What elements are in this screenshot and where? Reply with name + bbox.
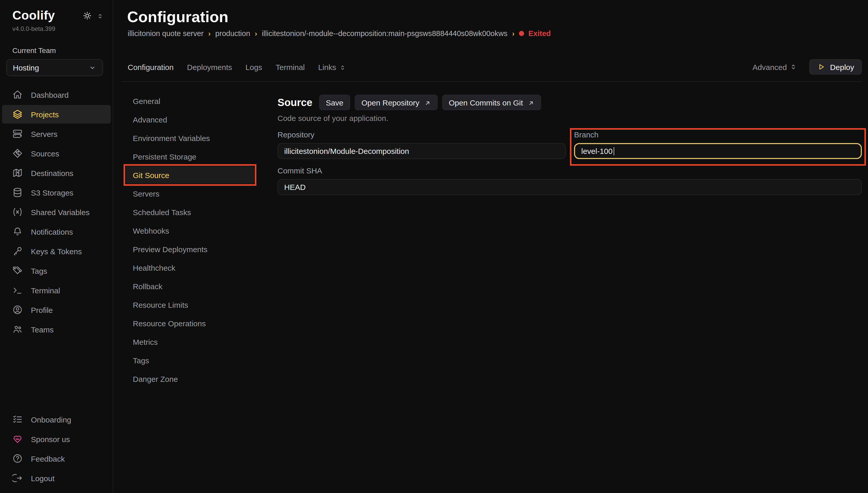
- branch-label: Branch: [574, 130, 862, 140]
- sun-icon[interactable]: [83, 11, 92, 20]
- user-circle-icon: [12, 305, 23, 315]
- sidebar-item-label: S3 Storages: [31, 188, 73, 197]
- team-select[interactable]: Hosting: [6, 59, 103, 76]
- sidebar-item-s3-storages[interactable]: S3 Storages: [2, 183, 111, 202]
- sidebar-item-tags[interactable]: Tags: [2, 261, 111, 280]
- tab-logs[interactable]: Logs: [246, 63, 262, 71]
- subnav-item-resource-limits[interactable]: Resource Limits: [126, 296, 254, 314]
- breadcrumb-item[interactable]: illicitestonion/-module--decomposition:m…: [262, 29, 507, 38]
- chevrons-up-down-icon: [790, 63, 797, 70]
- chevrons-up-down-icon: [339, 64, 346, 70]
- sidebar-item-teams[interactable]: Teams: [2, 320, 111, 339]
- settings-subnav: GeneralAdvancedEnvironment VariablesPers…: [126, 82, 254, 388]
- sidebar-item-label: Sponsor us: [31, 434, 70, 443]
- sidebar-item-logout[interactable]: Logout: [2, 469, 111, 487]
- sidebar-item-destinations[interactable]: Destinations: [2, 164, 111, 182]
- app-logo: Coolify: [12, 8, 55, 23]
- status-badge: Exited: [519, 29, 551, 38]
- tab-configuration[interactable]: Configuration: [128, 63, 173, 71]
- advanced-dropdown[interactable]: Advanced: [753, 63, 797, 71]
- status-dot-icon: [519, 31, 524, 36]
- main-area: Configuration illicitonion quote server›…: [114, 0, 868, 493]
- app-version: v4.0.0-beta.399: [0, 23, 113, 33]
- advanced-label: Advanced: [753, 63, 787, 71]
- tab-deployments[interactable]: Deployments: [187, 63, 232, 71]
- sidebar-item-profile[interactable]: Profile: [2, 301, 111, 319]
- subnav-item-webhooks[interactable]: Webhooks: [126, 222, 254, 239]
- git-source-icon: [12, 148, 23, 158]
- sidebar-item-dashboard[interactable]: Dashboard: [2, 85, 111, 104]
- tab-links[interactable]: Links: [318, 63, 346, 71]
- chevrons-up-down-icon[interactable]: [97, 12, 104, 19]
- open-repository-button[interactable]: Open Repository: [355, 95, 437, 110]
- map-icon: [12, 168, 23, 178]
- sidebar-item-feedback[interactable]: Feedback: [2, 449, 111, 468]
- sidebar-item-terminal[interactable]: Terminal: [2, 281, 111, 300]
- deploy-button[interactable]: Deploy: [809, 59, 862, 74]
- content-row: GeneralAdvancedEnvironment VariablesPers…: [114, 82, 868, 388]
- branch-input[interactable]: level-100: [574, 143, 862, 159]
- sidebar-item-label: Teams: [31, 325, 54, 334]
- subnav-item-environment-variables[interactable]: Environment Variables: [126, 129, 254, 147]
- sidebar-item-onboarding[interactable]: Onboarding: [2, 410, 111, 429]
- open-commits-button[interactable]: Open Commits on Git: [442, 95, 541, 110]
- tab-label: Links: [318, 63, 336, 71]
- logout-icon: [12, 473, 23, 483]
- sidebar-item-label: Dashboard: [31, 90, 69, 99]
- breadcrumb-separator-icon: ›: [255, 29, 257, 38]
- sidebar-item-label: Notifications: [31, 227, 73, 236]
- sidebar-item-label: Feedback: [31, 454, 65, 463]
- subnav-item-metrics[interactable]: Metrics: [126, 333, 254, 350]
- section-description: Code source of your application.: [277, 114, 862, 123]
- breadcrumb-item[interactable]: illicitonion quote server: [128, 29, 204, 38]
- sidebar-item-notifications[interactable]: Notifications: [2, 222, 111, 241]
- subnav-item-rollback[interactable]: Rollback: [126, 277, 254, 295]
- breadcrumb-item[interactable]: production: [215, 29, 250, 38]
- repository-input[interactable]: illicitestonion/Module-Decomposition: [277, 143, 566, 159]
- tabs-row: ConfigurationDeploymentsLogsTerminalLink…: [128, 59, 862, 74]
- brand-row: Coolify: [0, 0, 113, 23]
- page-title: Configuration: [127, 8, 862, 26]
- home-icon: [12, 89, 23, 100]
- subnav-item-resource-operations[interactable]: Resource Operations: [126, 315, 254, 332]
- checklist-icon: [12, 414, 23, 425]
- subnav-item-preview-deployments[interactable]: Preview Deployments: [126, 240, 254, 258]
- play-icon: [817, 63, 826, 71]
- sidebar-item-shared-variables[interactable]: Shared Variables: [2, 203, 111, 221]
- breadcrumb-separator-icon: ›: [512, 29, 514, 38]
- server-icon: [12, 129, 23, 139]
- sidebar-item-projects[interactable]: Projects: [2, 105, 111, 124]
- subnav-item-tags[interactable]: Tags: [126, 351, 254, 369]
- sidebar-item-label: Profile: [31, 305, 53, 314]
- subnav-item-general[interactable]: General: [126, 92, 254, 110]
- layers-icon: [12, 109, 23, 120]
- tags-icon: [12, 265, 23, 276]
- sidebar-item-sponsor-us[interactable]: Sponsor us: [2, 430, 111, 448]
- repository-label: Repository: [277, 130, 566, 140]
- sidebar-item-label: Keys & Tokens: [31, 247, 82, 256]
- subnav-item-persistent-storage[interactable]: Persistent Storage: [126, 148, 254, 165]
- sidebar-item-label: Shared Variables: [31, 208, 90, 216]
- subnav-item-healthcheck[interactable]: Healthcheck: [126, 259, 254, 276]
- subnav-item-danger-zone[interactable]: Danger Zone: [126, 370, 254, 387]
- sidebar-item-label: Sources: [31, 149, 59, 158]
- chevron-down-icon: [88, 64, 96, 71]
- section-title: Source: [277, 97, 313, 108]
- subnav-item-servers[interactable]: Servers: [126, 185, 254, 202]
- subnav-item-scheduled-tasks[interactable]: Scheduled Tasks: [126, 203, 254, 221]
- subnav-item-git-source[interactable]: Git Source: [126, 166, 254, 184]
- tab-terminal[interactable]: Terminal: [276, 63, 305, 71]
- commit-sha-input[interactable]: HEAD: [277, 179, 862, 195]
- tab-label: Deployments: [187, 63, 232, 71]
- heart-hands-icon: [12, 434, 23, 444]
- sidebar-item-keys-tokens[interactable]: Keys & Tokens: [2, 242, 111, 260]
- sidebar-item-label: Destinations: [31, 169, 73, 177]
- tab-label: Configuration: [128, 63, 173, 71]
- save-button[interactable]: Save: [319, 95, 350, 110]
- bell-icon: [12, 227, 23, 237]
- subnav-item-advanced[interactable]: Advanced: [126, 111, 254, 128]
- status-label: Exited: [528, 29, 551, 38]
- sidebar-item-sources[interactable]: Sources: [2, 144, 111, 163]
- arrow-up-right-icon: [528, 99, 534, 106]
- sidebar-item-servers[interactable]: Servers: [2, 125, 111, 143]
